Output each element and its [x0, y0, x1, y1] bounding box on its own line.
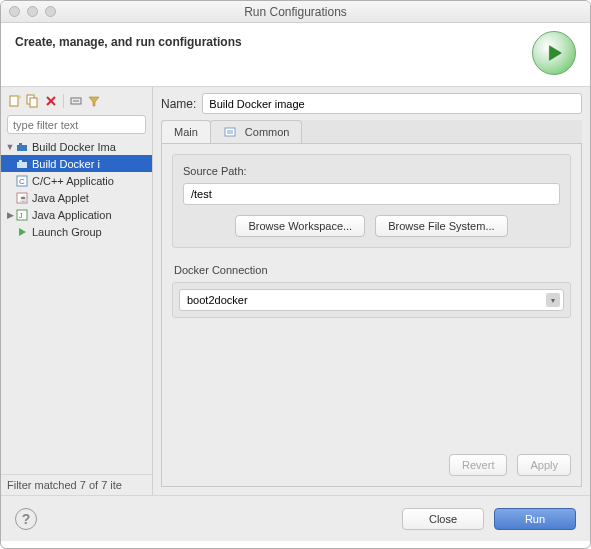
dialog-body: ▼ Build Docker Ima Build Docker i C C/C+… [1, 87, 590, 495]
titlebar: Run Configurations [1, 1, 590, 23]
tree-item-label: Launch Group [32, 226, 102, 238]
tab-main[interactable]: Main [161, 120, 211, 143]
run-button[interactable]: Run [494, 508, 576, 530]
docker-connection-select-wrap: boot2docker ▾ [179, 289, 564, 311]
disclosure-triangle-icon[interactable]: ▼ [5, 142, 15, 152]
tree-item-label: Java Application [32, 209, 112, 221]
tree-item-label: Java Applet [32, 192, 89, 204]
revert-button[interactable]: Revert [449, 454, 507, 476]
svg-text:J: J [19, 212, 23, 219]
revert-apply-row: Revert Apply [172, 446, 571, 476]
c-app-icon: C [15, 174, 29, 188]
svg-rect-5 [30, 98, 37, 107]
dialog-footer: ? Close Run [1, 495, 590, 541]
delete-config-icon[interactable] [43, 93, 59, 109]
filter-input[interactable] [7, 115, 146, 134]
footer-buttons: Close Run [402, 508, 576, 530]
name-label: Name: [161, 97, 196, 111]
tree-item-c-cpp-app[interactable]: C C/C++ Applicatio [1, 172, 152, 189]
collapse-all-icon[interactable] [68, 93, 84, 109]
browse-buttons: Browse Workspace... Browse File System..… [183, 215, 560, 237]
docker-icon [15, 140, 29, 154]
launch-group-icon [15, 225, 29, 239]
tree-item-label: Build Docker i [32, 158, 100, 170]
docker-connection-label: Docker Connection [174, 264, 571, 276]
close-button[interactable]: Close [402, 508, 484, 530]
sidebar: ▼ Build Docker Ima Build Docker i C C/C+… [1, 87, 153, 495]
svg-rect-22 [225, 128, 235, 136]
disclosure-triangle-icon[interactable]: ▶ [5, 210, 15, 220]
tab-label: Common [245, 126, 290, 138]
svg-rect-14 [19, 160, 22, 163]
source-path-label: Source Path: [183, 165, 560, 177]
tab-common[interactable]: Common [210, 120, 303, 143]
dialog-header: Create, manage, and run configurations [1, 23, 590, 87]
svg-marker-21 [19, 228, 26, 236]
tree-item-label: C/C++ Applicatio [32, 175, 114, 187]
filter-icon[interactable] [86, 93, 102, 109]
run-icon [532, 31, 576, 75]
svg-marker-10 [89, 97, 99, 106]
tree-item-label: Build Docker Ima [32, 141, 116, 153]
tab-main-body: Source Path: Browse Workspace... Browse … [161, 144, 582, 487]
config-content: Name: Main Common Source Path: Browse Wo… [153, 87, 590, 495]
browse-filesystem-button[interactable]: Browse File System... [375, 215, 507, 237]
tree-item-build-docker-image[interactable]: ▼ Build Docker Ima [1, 138, 152, 155]
svg-text:C: C [19, 177, 25, 186]
svg-marker-0 [549, 46, 561, 61]
browse-workspace-button[interactable]: Browse Workspace... [235, 215, 365, 237]
apply-button[interactable]: Apply [517, 454, 571, 476]
docker-connection-group: boot2docker ▾ [172, 282, 571, 318]
tree-item-java-application[interactable]: ▶ J Java Application [1, 206, 152, 223]
tree-item-build-docker-child[interactable]: Build Docker i [1, 155, 152, 172]
source-path-group: Source Path: Browse Workspace... Browse … [172, 154, 571, 248]
source-path-input[interactable] [183, 183, 560, 205]
name-input[interactable] [202, 93, 582, 114]
tree-item-java-applet[interactable]: ☕ Java Applet [1, 189, 152, 206]
filter-field [7, 115, 146, 134]
java-app-icon: J [15, 208, 29, 222]
separator [63, 94, 64, 108]
new-config-icon[interactable] [7, 93, 23, 109]
config-tree[interactable]: ▼ Build Docker Ima Build Docker i C C/C+… [1, 138, 152, 474]
docker-connection-select[interactable]: boot2docker [179, 289, 564, 311]
java-applet-icon: ☕ [15, 191, 29, 205]
svg-text:☕: ☕ [19, 194, 28, 203]
name-row: Name: [161, 93, 582, 114]
tab-label: Main [174, 126, 198, 138]
page-title: Create, manage, and run configurations [15, 35, 242, 49]
common-tab-icon [223, 125, 237, 139]
svg-rect-12 [19, 143, 22, 146]
duplicate-config-icon[interactable] [25, 93, 41, 109]
docker-icon [15, 157, 29, 171]
svg-rect-1 [10, 96, 18, 106]
tree-toolbar [1, 93, 152, 115]
window-title: Run Configurations [1, 5, 590, 19]
help-icon[interactable]: ? [15, 508, 37, 530]
tab-bar: Main Common [161, 120, 582, 144]
tree-item-launch-group[interactable]: Launch Group [1, 223, 152, 240]
tree-filter-status: Filter matched 7 of 7 ite [1, 474, 152, 495]
